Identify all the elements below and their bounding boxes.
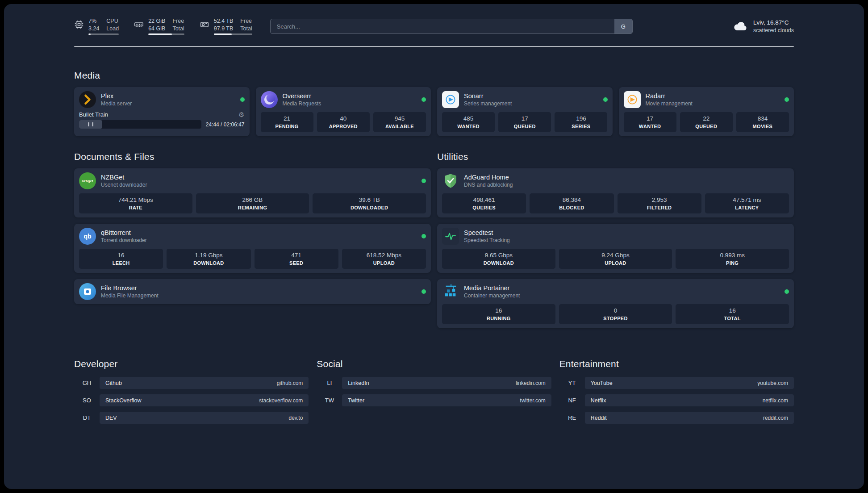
stat-stopped: 0STOPPED: [559, 304, 672, 324]
bookmark-name: YouTube: [591, 380, 613, 386]
weather-condition: scattered clouds: [753, 27, 794, 33]
stat-total: 16TOTAL: [676, 304, 789, 324]
cpu-progress-bar: [88, 33, 119, 35]
stat-blocked: 86,384BLOCKED: [530, 193, 613, 213]
nzbget-icon: nzbget: [79, 172, 96, 189]
card-overseerr[interactable]: Overseerr Media Requests 21PENDING 40APP…: [256, 87, 431, 136]
playback-progress-bar[interactable]: [79, 120, 201, 129]
bookmark-url: github.com: [277, 380, 303, 386]
app-description: Speedtest Tracking: [464, 237, 510, 243]
card-qbittorrent[interactable]: qb qBittorrent Torrent downloader 16LEEC…: [74, 224, 431, 273]
memory-total: 64 GiB: [148, 25, 165, 32]
bookmark-name: Github: [105, 380, 122, 386]
search-input[interactable]: [271, 19, 614, 33]
bookmark-group-developer: Developer GH Github github.com SO StackO…: [74, 359, 309, 429]
cpu-load: 3.24: [88, 25, 99, 32]
bookmark-name: LinkedIn: [348, 380, 369, 386]
bookmark-github[interactable]: GH Github github.com: [74, 377, 309, 389]
stat-remaining: 266 GBREMAINING: [196, 193, 309, 213]
bookmark-name: StackOverflow: [105, 397, 142, 404]
section-title-utilities: Utilities: [437, 151, 794, 162]
pause-icon[interactable]: [88, 122, 93, 126]
stat-queued: 22QUEUED: [680, 112, 733, 132]
bookmark-name: Reddit: [591, 415, 607, 421]
bookmark-youtube[interactable]: YT YouTube youtube.com: [559, 377, 794, 389]
stat-upload: 618.52 MbpsUPLOAD: [342, 249, 426, 269]
stat-latency: 47.571 msLATENCY: [705, 193, 789, 213]
card-adguard[interactable]: AdGuard Home DNS and adblocking 498,461Q…: [437, 168, 794, 217]
stat-downloaded: 39.6 TBDOWNLOADED: [313, 193, 426, 213]
weather-location: Lviv, 16.87°C: [753, 19, 794, 26]
card-portainer[interactable]: Media Portainer Container management 16R…: [437, 279, 794, 328]
header-divider: [74, 46, 794, 47]
app-name: File Browser: [101, 284, 159, 292]
gear-icon[interactable]: ⚙: [238, 111, 244, 118]
bookmark-reddit[interactable]: RE Reddit reddit.com: [559, 412, 794, 424]
stat-available: 945AVAILABLE: [373, 112, 426, 132]
plex-icon: [79, 91, 96, 108]
bookmark-url: linkedin.com: [516, 380, 546, 386]
bookmark-netflix[interactable]: NF Netflix netflix.com: [559, 394, 794, 406]
section-title-entertainment: Entertainment: [559, 359, 794, 369]
app-name: qBittorrent: [101, 229, 147, 236]
speedtest-icon: [442, 228, 459, 245]
app-name: NZBGet: [101, 174, 147, 181]
bookmark-dev[interactable]: DT DEV dev.to: [74, 412, 309, 424]
cloud-icon: [732, 20, 748, 33]
bookmark-abbr: DT: [74, 414, 100, 421]
app-name: Radarr: [646, 92, 693, 100]
app-description: Container management: [464, 292, 520, 299]
app-name: Plex: [101, 92, 132, 100]
card-nzbget[interactable]: nzbget NZBGet Usenet downloader 744.21 M…: [74, 168, 431, 217]
bookmark-name: DEV: [105, 415, 117, 421]
bookmark-abbr: TW: [317, 397, 342, 404]
dashboard-page: 7% 3.24 CPU Load: [4, 4, 864, 489]
bookmark-twitter[interactable]: TW Twitter twitter.com: [317, 394, 551, 406]
status-dot: [421, 97, 426, 102]
stat-filtered: 2,953FILTERED: [618, 193, 701, 213]
app-description: Media File Management: [101, 292, 159, 299]
search-bar: G: [270, 19, 633, 34]
status-dot: [785, 289, 789, 294]
bookmark-linkedin[interactable]: LI LinkedIn linkedin.com: [317, 377, 551, 389]
card-radarr[interactable]: Radarr Movie management 17WANTED 22QUEUE…: [619, 87, 794, 136]
card-speedtest[interactable]: Speedtest Speedtest Tracking 9.65 GbpsDO…: [437, 224, 794, 273]
bookmark-group-social: Social LI LinkedIn linkedin.com TW Twitt…: [317, 359, 551, 429]
app-name: Media Portainer: [464, 284, 520, 292]
section-title-media: Media: [74, 70, 794, 81]
bookmark-name: Twitter: [348, 397, 364, 404]
bookmark-stackoverflow[interactable]: SO StackOverflow stackoverflow.com: [74, 394, 309, 406]
sonarr-icon: [442, 91, 459, 108]
section-media: Media Plex Media server: [74, 70, 794, 136]
card-filebrowser[interactable]: File Browser Media File Management: [74, 279, 431, 304]
section-title-documents: Documents & Files: [74, 151, 431, 162]
stat-upload: 9.24 GbpsUPLOAD: [559, 249, 672, 269]
app-name: Sonarr: [464, 92, 512, 100]
plex-now-playing: Bullet Train ⚙ 24:44 / 02:06:47: [79, 111, 245, 129]
card-sonarr[interactable]: Sonarr Series management 485WANTED 17QUE…: [437, 87, 613, 136]
disk-icon: [200, 18, 209, 29]
search-provider-button[interactable]: G: [614, 19, 632, 33]
bookmark-url: stackoverflow.com: [259, 397, 303, 404]
app-description: Series management: [464, 100, 512, 107]
app-description: Torrent downloader: [101, 237, 147, 243]
now-playing-title: Bullet Train: [79, 111, 108, 118]
memory-label-2: Total: [172, 25, 184, 32]
app-description: DNS and adblocking: [464, 182, 513, 188]
stat-approved: 40APPROVED: [317, 112, 370, 132]
bookmark-abbr: YT: [559, 380, 585, 386]
bookmark-url: youtube.com: [757, 380, 788, 386]
app-description: Usenet downloader: [101, 182, 147, 188]
app-description: Media server: [101, 100, 132, 107]
playback-time: 24:44 / 02:06:47: [206, 121, 245, 128]
status-dot: [603, 97, 608, 102]
disk-progress-bar: [214, 33, 252, 35]
stat-rate: 744.21 MbpsRATE: [79, 193, 192, 213]
card-plex[interactable]: Plex Media server Bullet Train ⚙: [74, 87, 250, 136]
stat-queued: 17QUEUED: [498, 112, 551, 132]
app-name: Overseerr: [283, 92, 321, 100]
status-dot: [240, 97, 245, 102]
stat-pending: 21PENDING: [261, 112, 313, 132]
stat-wanted: 485WANTED: [442, 112, 495, 132]
bookmark-abbr: NF: [559, 397, 585, 404]
